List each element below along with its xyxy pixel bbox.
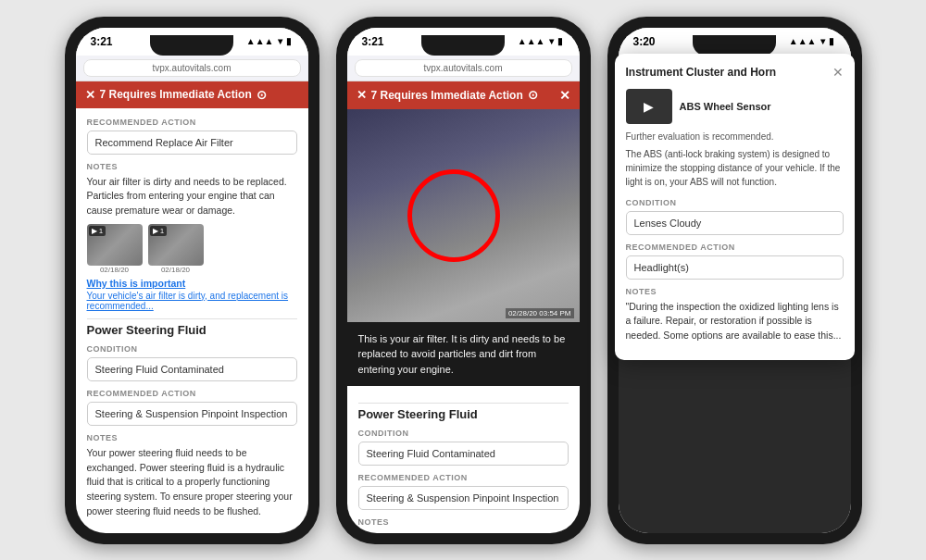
alert-icon-1: ⊙ xyxy=(257,88,267,102)
status-icons-3: ▲▲▲ ▾ ▮ xyxy=(789,36,834,46)
scroll-content-1: RECOMMENDED ACTION Recommend Replace Air… xyxy=(76,108,308,533)
condition-input-3[interactable]: Lenses Cloudy xyxy=(626,211,844,235)
x-icon-1: ✕ xyxy=(85,88,95,102)
notes-label-1: NOTES xyxy=(87,162,297,171)
battery-icon-3: ▮ xyxy=(829,36,834,46)
thumb-date-2: 02/18/20 xyxy=(148,266,204,274)
notch-1 xyxy=(150,35,233,56)
url-bar-1[interactable]: tvpx.autovitals.com xyxy=(83,59,301,77)
phone-1: 3:21 ▲▲▲ ▾ ▮ tvpx.autovitals.com ✕ 7 Req… xyxy=(65,17,319,544)
notes2-text-1: Your power steering fluid needs to be ex… xyxy=(87,446,297,519)
img-timestamp: 02/28/20 03:54 PM xyxy=(506,308,574,318)
condition-label-3: CONDITION xyxy=(626,198,844,207)
status-icons-1: ▲▲▲ ▾ ▮ xyxy=(246,36,292,46)
condition-label-2: CONDITION xyxy=(358,429,569,438)
x-icon-2: ✕ xyxy=(357,88,367,102)
rec-action-input-2[interactable]: Steering & Suspension Pinpoint Inspectio… xyxy=(358,486,569,510)
notch-2 xyxy=(421,35,505,56)
signal-icon: ▲▲▲ xyxy=(246,36,274,46)
url-bar-2[interactable]: tvpx.autovitals.com xyxy=(355,59,572,77)
banner-text-2: 7 Requires Immediate Action xyxy=(371,89,523,102)
battery-icon-2: ▮ xyxy=(557,36,563,46)
banner-text-1: 7 Requires Immediate Action xyxy=(100,88,252,101)
image-full-2: 02/28/20 03:54 PM xyxy=(347,109,580,322)
condition-label-1: CONDITION xyxy=(87,344,297,354)
dark-scroll-area: ABS Brake System General Service NOTES "… xyxy=(619,108,851,533)
notes2-label-1: NOTES xyxy=(87,433,297,442)
notes-text-2: Your power steering fluid needs to be ex… xyxy=(358,530,569,533)
thumb-badge-1: ▶ 1 xyxy=(89,226,106,236)
link-text-1[interactable]: Your vehicle's air filter is dirty, and … xyxy=(87,291,297,311)
modal-overlay: Instrument Cluster and Horn ✕ ▶ ABS Whee… xyxy=(619,108,851,360)
phone-3: 3:20 ▲▲▲ ▾ ▮ tvpx.autovitals.com ✕ 7 Req… xyxy=(607,17,862,544)
alert-icon-2: ⊙ xyxy=(528,88,538,102)
battery-icon: ▮ xyxy=(286,36,292,46)
notes-label-3: NOTES xyxy=(626,287,844,296)
modal-desc: The ABS (anti-lock braking system) is de… xyxy=(626,147,844,189)
notes-text-3: "During the inspection the oxidized ligh… xyxy=(626,300,844,343)
condition-input-1[interactable]: Steering Fluid Contaminated xyxy=(87,357,297,381)
rec-action-label-1: RECOMMENDED ACTION xyxy=(87,118,297,127)
signal-icon-2: ▲▲▲ xyxy=(518,36,545,46)
wifi-icon-3: ▾ xyxy=(820,36,825,46)
browser-bar-1: tvpx.autovitals.com xyxy=(76,56,308,81)
section-heading-1: Power Steering Fluid xyxy=(87,318,297,337)
notes-text-1: Your air filter is dirty and needs to be… xyxy=(87,175,297,218)
condition-input-2[interactable]: Steering Fluid Contaminated xyxy=(358,442,569,466)
status-icons-2: ▲▲▲ ▾ ▮ xyxy=(518,36,563,46)
phone2-scroll: Power Steering Fluid CONDITION Steering … xyxy=(347,386,580,533)
modal-item-row: ▶ ABS Wheel Sensor xyxy=(626,108,844,124)
rec-action-input-3[interactable]: Headlight(s) xyxy=(626,255,844,280)
wifi-icon: ▾ xyxy=(278,36,282,46)
rec-action-input-1[interactable]: Recommend Replace Air Filter xyxy=(87,131,297,155)
action-banner-1: ✕ 7 Requires Immediate Action ⊙ xyxy=(76,81,308,108)
notes-label-2: NOTES xyxy=(358,517,569,527)
thumb-badge-2: ▶ 1 xyxy=(150,226,168,236)
phone-2: 3:21 ▲▲▲ ▾ ▮ tvpx.autovitals.com ✕ 7 Req… xyxy=(336,17,591,544)
modal-thumb: ▶ xyxy=(626,108,672,124)
time-3: 3:20 xyxy=(633,35,656,48)
time-1: 3:21 xyxy=(91,35,113,48)
dark-caption: This is your air filter. It is dirty and… xyxy=(347,322,580,387)
section-heading-2: Power Steering Fluid xyxy=(358,403,569,421)
signal-icon-3: ▲▲▲ xyxy=(789,36,817,46)
modal-eval: Further evaluation is recommended. xyxy=(626,131,844,142)
rec-action-label-3: RECOMMENDED ACTION xyxy=(626,243,844,252)
red-circle xyxy=(407,169,500,262)
thumb-date-1: 02/18/20 xyxy=(87,266,143,274)
rec-action-label-2: RECOMMENDED ACTION xyxy=(358,473,569,482)
modal-item-name: ABS Wheel Sensor xyxy=(680,108,771,112)
rec-action2-label-1: RECOMMENDED ACTION xyxy=(87,389,297,398)
wifi-icon-2: ▾ xyxy=(549,36,554,46)
why-important-link[interactable]: Why this is important xyxy=(87,278,297,289)
browser-bar-2: tvpx.autovitals.com xyxy=(347,56,580,81)
rec-action2-input-1[interactable]: Steering & Suspension Pinpoint Inspectio… xyxy=(87,402,297,426)
image-row-1: ▶ 1 02/18/20 ▶ 1 02/18/20 xyxy=(87,224,297,274)
action-banner-2: ✕ 7 Requires Immediate Action ⊙ ✕ xyxy=(347,81,580,109)
thumb-2[interactable]: ▶ 1 xyxy=(148,224,204,266)
close-button-2[interactable]: ✕ xyxy=(559,88,570,103)
thumb-1[interactable]: ▶ 1 xyxy=(87,224,143,266)
time-2: 3:21 xyxy=(362,35,384,48)
notch-3 xyxy=(693,35,776,56)
